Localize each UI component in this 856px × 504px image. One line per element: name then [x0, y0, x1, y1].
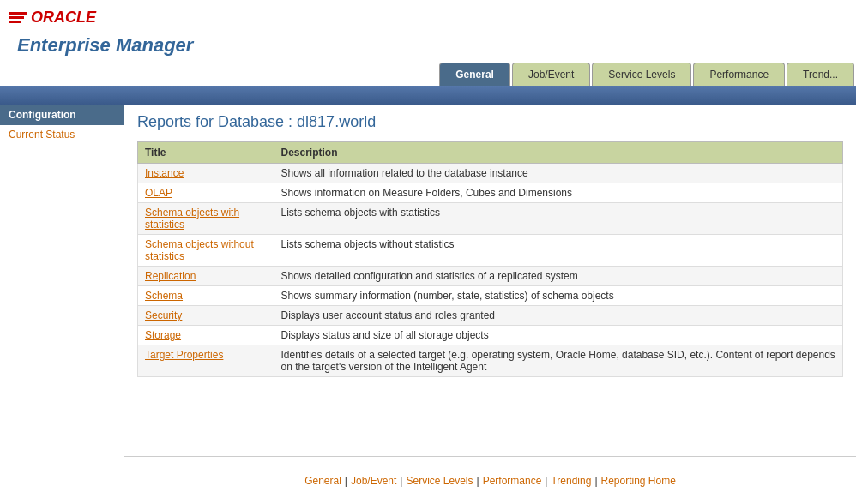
col-title: Title	[138, 142, 274, 164]
em-title: Enterprise Manager	[17, 34, 193, 57]
nav-tabs: General Job/Event Service Levels Perform…	[439, 63, 856, 86]
footer-link-trending[interactable]: Trending	[551, 475, 591, 487]
tab-general[interactable]: General	[439, 63, 510, 86]
table-header-row: Title Description	[138, 142, 843, 164]
table-row: OLAPShows information on Measure Folders…	[138, 183, 843, 203]
table-cell-description: Identifies details of a selected target …	[274, 345, 842, 377]
table-cell-description: Lists schema objects with statistics	[274, 203, 842, 235]
table-cell-title: Schema	[138, 286, 274, 306]
current-status-link[interactable]: Current Status	[9, 129, 75, 141]
table-cell-title: Schema objects without statistics	[138, 235, 274, 267]
table-cell-title: Replication	[138, 267, 274, 286]
report-link[interactable]: Schema objects with statistics	[145, 207, 239, 231]
table-cell-description: Shows detailed configuration and statist…	[274, 267, 842, 286]
footer-link-general[interactable]: General	[304, 475, 341, 487]
table-cell-title: Schema objects with statistics	[138, 203, 274, 235]
footer-link-job/event[interactable]: Job/Event	[351, 475, 396, 487]
report-link[interactable]: Schema objects without statistics	[145, 238, 254, 262]
table-cell-title: Storage	[138, 326, 274, 345]
oracle-label: ORACLE	[31, 9, 96, 27]
report-link[interactable]: Target Properties	[145, 349, 223, 361]
tab-trending[interactable]: Trend...	[787, 63, 854, 86]
tab-performance[interactable]: Performance	[693, 63, 785, 86]
table-row: SchemaShows summary information (number,…	[138, 286, 843, 306]
sidebar: Configuration Current Status	[0, 105, 124, 504]
footer-separator: |	[594, 475, 597, 487]
table-row: Schema objects with statisticsLists sche…	[138, 203, 843, 235]
table-cell-description: Shows summary information (number, state…	[274, 286, 842, 306]
sidebar-section-configuration: Configuration	[0, 105, 124, 125]
sidebar-item-current-status[interactable]: Current Status	[0, 125, 124, 144]
table-cell-title: OLAP	[138, 183, 274, 203]
col-description: Description	[274, 142, 842, 164]
table-cell-title: Target Properties	[138, 345, 274, 377]
blue-banner	[0, 86, 856, 105]
table-row: Schema objects without statisticsLists s…	[138, 235, 843, 267]
footer-separator: |	[545, 475, 547, 487]
report-link[interactable]: Instance	[145, 167, 184, 179]
table-cell-description: Displays user account status and roles g…	[274, 306, 842, 326]
page-title: Reports for Database : dl817.world	[137, 113, 843, 131]
table-cell-description: Shows information on Measure Folders, Cu…	[274, 183, 842, 203]
table-cell-description: Lists schema objects without statistics	[274, 235, 842, 267]
report-link[interactable]: Security	[145, 309, 182, 321]
table-cell-title: Security	[138, 306, 274, 326]
table-cell-description: Displays status and size of all storage …	[274, 326, 842, 345]
table-body: InstanceShows all information related to…	[138, 164, 843, 377]
footer-separator: |	[477, 475, 479, 487]
table-cell-description: Shows all information related to the dat…	[274, 164, 842, 183]
main-content: Reports for Database : dl817.world Title…	[124, 105, 856, 457]
report-link[interactable]: Replication	[145, 270, 196, 282]
table-row: InstanceShows all information related to…	[138, 164, 843, 183]
report-link[interactable]: Schema	[145, 290, 183, 302]
footer-separator: |	[345, 475, 347, 487]
oracle-logo: ORACLE	[9, 9, 96, 27]
report-link[interactable]: OLAP	[145, 187, 172, 199]
report-table: Title Description InstanceShows all info…	[137, 141, 843, 377]
table-row: StorageDisplays status and size of all s…	[138, 326, 843, 345]
footer: General|Job/Event|Service Levels|Perform…	[124, 457, 856, 504]
footer-link-reporting-home[interactable]: Reporting Home	[601, 475, 676, 487]
footer-link-performance[interactable]: Performance	[483, 475, 542, 487]
footer-separator: |	[400, 475, 402, 487]
footer-link-service-levels[interactable]: Service Levels	[406, 475, 473, 487]
table-row: ReplicationShows detailed configuration …	[138, 267, 843, 286]
tab-servicelevels[interactable]: Service Levels	[592, 63, 691, 86]
report-link[interactable]: Storage	[145, 329, 181, 341]
table-cell-title: Instance	[138, 164, 274, 183]
table-row: SecurityDisplays user account status and…	[138, 306, 843, 326]
tab-jobevent[interactable]: Job/Event	[512, 63, 590, 86]
table-row: Target PropertiesIdentifies details of a…	[138, 345, 843, 377]
